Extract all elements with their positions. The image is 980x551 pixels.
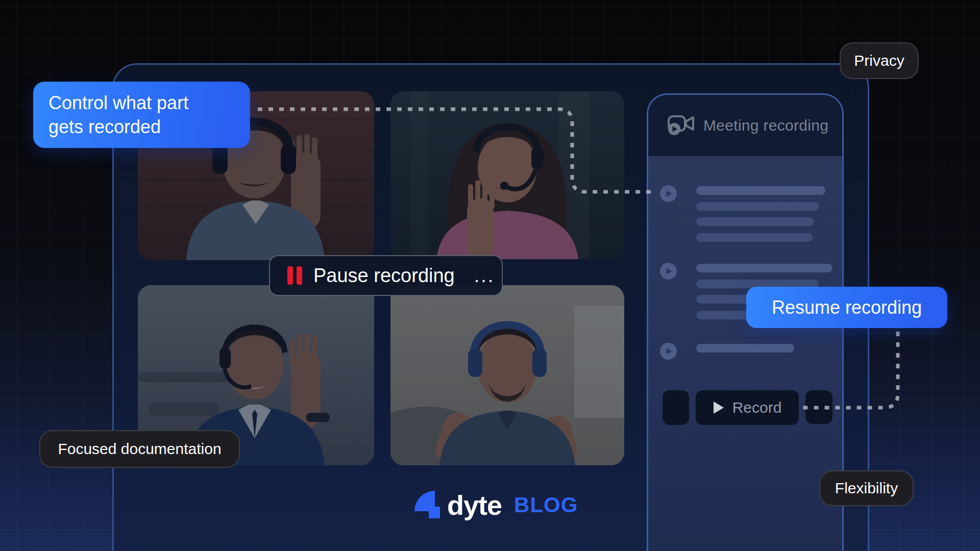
play-circle-icon[interactable]: [660, 185, 677, 204]
participant-video-tile: [390, 91, 624, 259]
pause-label: Pause recording: [313, 265, 455, 287]
transcript-line: [696, 202, 819, 211]
callout-line1: Control what part: [48, 92, 188, 113]
pause-icon: [287, 266, 302, 285]
callout-text: Privacy: [854, 52, 904, 69]
callout-line2: gets recorded: [48, 116, 161, 137]
resume-recording-button[interactable]: Resume recording: [746, 287, 947, 328]
logo-brand-text: dyte: [447, 489, 502, 521]
pause-recording-toast[interactable]: Pause recording ...: [269, 255, 503, 296]
logo-suffix-text: BLOG: [514, 493, 578, 517]
callout-control-what-gets-recorded: Control what part gets recorded: [33, 82, 250, 148]
panel-title: Meeting recording: [703, 117, 828, 134]
play-icon: [713, 401, 724, 414]
callout-flexibility: Flexibility: [819, 470, 914, 506]
record-button[interactable]: Record: [696, 390, 799, 425]
callout-privacy: Privacy: [840, 42, 919, 79]
transcript-line: [696, 186, 825, 195]
callout-text: Flexibility: [835, 480, 898, 497]
pause-ellipsis: ...: [474, 265, 495, 287]
participant-illustration: [390, 91, 624, 259]
participant-video-tile: [390, 285, 624, 465]
transcript-line: [696, 217, 814, 226]
play-circle-icon[interactable]: [660, 263, 677, 282]
play-circle-icon[interactable]: [660, 343, 677, 362]
panel-header: Meeting recording: [648, 95, 842, 156]
video-camera-icon: [668, 114, 694, 137]
callout-text: Control what part gets recorded: [48, 91, 188, 139]
recording-controls-row: Record: [648, 390, 842, 425]
callout-text: Focused documentation: [58, 440, 221, 458]
transcript-line: [696, 233, 813, 242]
blog-hero-canvas: Meeting recording Record Control what pa…: [0, 0, 980, 551]
transcript-line: [696, 264, 832, 272]
control-button-right[interactable]: [805, 390, 832, 424]
dyte-blog-logo: dyte BLOG: [412, 489, 578, 521]
callout-focused-documentation: Focused documentation: [39, 430, 240, 468]
participant-illustration: [390, 285, 624, 465]
record-button-label: Record: [732, 399, 782, 416]
resume-label: Resume recording: [772, 297, 922, 318]
dyte-logo-mark-icon: [412, 491, 441, 519]
transcript-line: [696, 344, 794, 353]
control-button-left[interactable]: [663, 390, 689, 425]
